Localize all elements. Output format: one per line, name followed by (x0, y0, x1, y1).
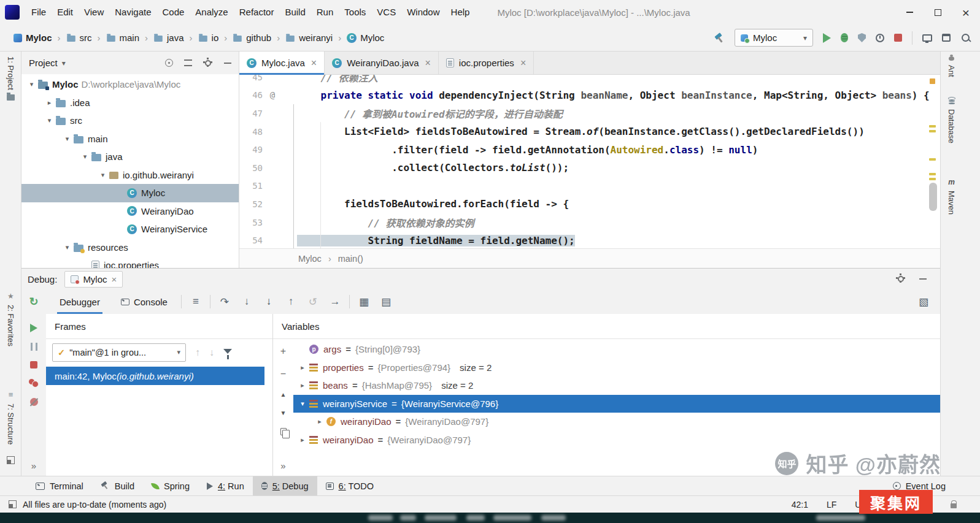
build-project-icon[interactable] (714, 32, 725, 44)
stripe-ant-button[interactable]: Ant (947, 56, 956, 77)
rerun-icon[interactable]: ↻ (21, 295, 46, 308)
chevron-down-icon[interactable]: ▾ (61, 243, 74, 251)
variable-row-weiranyiservice[interactable]: ▾weiranyiService={WeiranyiService@796} (293, 395, 940, 413)
debug-button[interactable] (841, 33, 848, 42)
tree-item-ioc-properties[interactable]: ioc.properties (21, 256, 239, 268)
step-over-icon[interactable]: ↷ (217, 296, 233, 308)
remove-watch-icon[interactable]: − (280, 368, 286, 380)
breadcrumb-item-github[interactable]: github (230, 31, 274, 44)
add-watch-icon[interactable]: + (280, 346, 286, 357)
gear-icon[interactable] (205, 60, 211, 66)
tool-windows-icon[interactable] (942, 34, 951, 42)
warning-marker[interactable] (929, 173, 936, 175)
menu-analyze[interactable]: Analyze (190, 7, 233, 17)
chevron-right-icon[interactable]: ▸ (296, 436, 309, 444)
drop-frame-icon[interactable]: ↺ (305, 296, 321, 308)
menu-build[interactable]: Build (279, 7, 311, 17)
tree-item-myloc[interactable]: ▾MylocD:\workplace\java\Myloc (21, 75, 239, 94)
tree-item-resources[interactable]: ▾resources (21, 239, 239, 257)
chevron-right-icon[interactable]: ▸ (296, 364, 309, 372)
stripe-bottom-toggle[interactable] (0, 456, 21, 464)
search-everywhere-icon[interactable] (960, 32, 971, 44)
menu-code[interactable]: Code (156, 7, 190, 17)
layout-settings-icon[interactable]: ▧ (916, 296, 932, 308)
menu-edit[interactable]: Edit (52, 7, 79, 17)
warning-marker[interactable] (929, 178, 936, 180)
stripe-structure-button[interactable]: ≡ 7: Structure (0, 390, 21, 445)
editor-tab-weiranyidao-java[interactable]: CWeiranyiDao.java× (325, 52, 439, 74)
stripe-favorites-button[interactable]: ★ 2: Favorites (0, 292, 21, 346)
tree-item-weiranyidao[interactable]: CWeiranyiDao (21, 202, 239, 221)
chevron-down-icon[interactable]: ▾ (79, 153, 91, 161)
move-up-icon[interactable]: ▲ (280, 391, 287, 398)
chevron-down-icon[interactable]: ▾ (61, 135, 74, 143)
prev-frame-icon[interactable]: ↑ (195, 347, 200, 358)
breadcrumb-item-io[interactable]: io (196, 31, 222, 44)
breadcrumb-item-main[interactable]: main() (338, 254, 363, 264)
editor-tab-ioc-properties[interactable]: ioc.properties× (439, 52, 534, 74)
mute-breakpoints-icon[interactable] (30, 398, 38, 406)
profiler-button[interactable] (876, 34, 884, 42)
chevron-down-icon[interactable]: ▾ (43, 116, 56, 124)
tree-item-weiranyiservice[interactable]: CWeiranyiService (21, 220, 239, 239)
close-icon[interactable]: × (425, 58, 430, 69)
view-breakpoints-icon[interactable] (29, 379, 39, 387)
warning-marker[interactable] (929, 130, 936, 132)
toolwindow-terminal[interactable]: Terminal (27, 476, 92, 495)
tree-item-src[interactable]: ▾src (21, 112, 239, 130)
stop-button[interactable] (894, 34, 902, 42)
tree-item-myloc[interactable]: CMyloc (21, 184, 239, 202)
resume-icon[interactable] (30, 324, 37, 332)
step-out-icon[interactable]: ↑ (283, 296, 299, 308)
variable-row-properties[interactable]: ▸properties={Properties@794}size = 2 (293, 359, 940, 377)
tree-item-idea[interactable]: ▸.idea (21, 94, 239, 112)
menu-window[interactable]: Window (401, 7, 445, 17)
more-icon[interactable]: » (31, 460, 36, 471)
variable-row-weiranyidao[interactable]: ▸weiranyiDao={WeiranyiDao@797} (293, 431, 940, 449)
filter-icon[interactable] (223, 349, 232, 354)
menu-help[interactable]: Help (446, 7, 476, 17)
warning-marker[interactable] (929, 158, 936, 161)
close-button[interactable]: × (952, 0, 980, 25)
maximize-button[interactable] (924, 0, 952, 25)
close-icon[interactable]: × (520, 58, 526, 69)
restore-layout-icon[interactable]: ≡ (188, 296, 204, 308)
toolwindow-spring[interactable]: Spring (143, 476, 198, 495)
chevron-right-icon[interactable]: ▸ (43, 99, 56, 107)
menu-tools[interactable]: Tools (339, 7, 371, 17)
next-frame-icon[interactable]: ↓ (209, 347, 214, 358)
caret-position[interactable]: 42:1 (792, 500, 808, 510)
hide-panel-icon[interactable] (919, 278, 927, 280)
close-icon[interactable]: × (112, 274, 117, 284)
breadcrumb-item-myloc[interactable]: CMyloc (344, 31, 387, 44)
tab-debugger[interactable]: Debugger (52, 289, 107, 314)
menu-run[interactable]: Run (311, 7, 339, 17)
line-ending[interactable]: LF (827, 500, 836, 510)
chevron-right-icon[interactable]: ▸ (296, 381, 309, 389)
tab-console[interactable]: Console (114, 289, 175, 314)
hide-panel-icon[interactable] (224, 63, 231, 64)
chevron-down-icon[interactable]: ▾ (96, 171, 109, 179)
minimize-button[interactable] (895, 0, 924, 25)
collapse-all-icon[interactable] (184, 59, 192, 66)
run-button[interactable] (823, 33, 831, 43)
menu-view[interactable]: View (79, 7, 109, 17)
menu-vcs[interactable]: VCS (371, 7, 401, 17)
tree-item-main[interactable]: ▾main (21, 130, 239, 148)
breadcrumb-item-weiranyi[interactable]: weiranyi (283, 31, 335, 44)
breadcrumb-item-myloc[interactable]: Myloc (11, 31, 55, 44)
toolwindow-6-todo[interactable]: 6: TODO (317, 476, 382, 495)
tool-window-switcher-icon[interactable] (9, 500, 17, 508)
toolwindow-4-run[interactable]: 4: Run (198, 476, 253, 495)
run-configuration-select[interactable]: Myloc ▾ (735, 29, 813, 47)
editor-scrollbar[interactable] (929, 183, 937, 211)
breadcrumb-item-src[interactable]: src (64, 31, 95, 44)
coverage-button[interactable] (858, 33, 866, 42)
variable-row-args[interactable]: pargs={String[0]@793} (293, 340, 940, 359)
breadcrumb-item-main[interactable]: main (104, 31, 142, 44)
variable-row-weiranyidao[interactable]: ▸fweiranyiDao={WeiranyiDao@797} (293, 413, 940, 431)
force-step-into-icon[interactable]: ↓ (261, 296, 277, 308)
locate-file-icon[interactable] (165, 59, 173, 67)
stack-frame-row[interactable]: main:42, Myloc (io.github.weiranyi) (46, 367, 264, 385)
stripe-maven-button[interactable]: m Maven (947, 178, 956, 215)
